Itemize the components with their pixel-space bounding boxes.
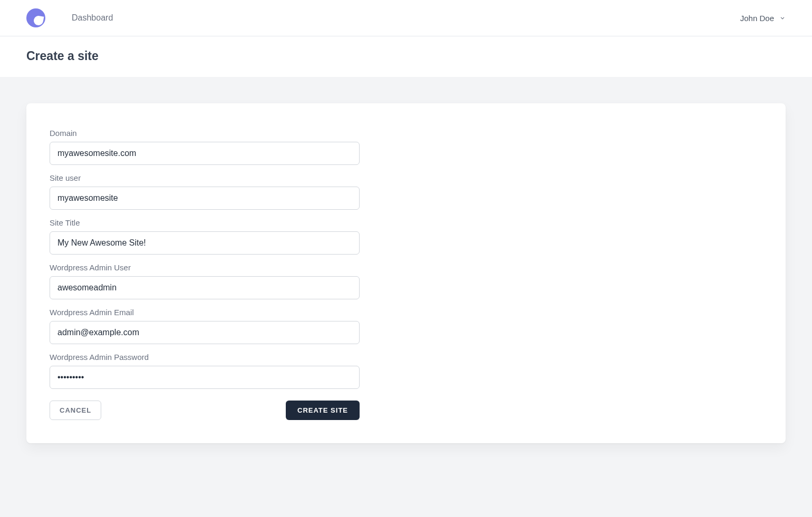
create-site-button[interactable]: CREATE SITE [286, 401, 360, 420]
topbar: Dashboard John Doe [0, 0, 812, 36]
wp-admin-email-input[interactable] [50, 321, 360, 344]
chevron-down-icon [779, 15, 786, 21]
site-title-input[interactable] [50, 231, 360, 255]
page-header: Create a site [0, 36, 812, 77]
form-group-wp-admin-user: Wordpress Admin User [50, 263, 360, 299]
form-group-domain: Domain [50, 129, 360, 165]
domain-input[interactable] [50, 142, 360, 165]
form-group-site-user: Site user [50, 173, 360, 210]
user-menu[interactable]: John Doe [740, 14, 786, 23]
form-group-wp-admin-email: Wordpress Admin Email [50, 308, 360, 344]
site-user-label: Site user [50, 173, 360, 182]
form-group-site-title: Site Title [50, 218, 360, 255]
form-card: Domain Site user Site Title Wordpress Ad… [26, 103, 786, 443]
brand-logo[interactable] [26, 8, 45, 27]
cancel-button[interactable]: CANCEL [50, 401, 101, 420]
wp-admin-password-input[interactable] [50, 366, 360, 389]
content-area: Domain Site user Site Title Wordpress Ad… [0, 77, 812, 470]
site-title-label: Site Title [50, 218, 360, 227]
site-user-input[interactable] [50, 187, 360, 210]
user-name: John Doe [740, 14, 774, 23]
page-title: Create a site [26, 49, 786, 63]
wp-admin-user-label: Wordpress Admin User [50, 263, 360, 272]
wp-admin-password-label: Wordpress Admin Password [50, 353, 360, 362]
create-site-form: Domain Site user Site Title Wordpress Ad… [50, 129, 360, 420]
wp-admin-user-input[interactable] [50, 276, 360, 299]
button-row: CANCEL CREATE SITE [50, 401, 360, 420]
domain-label: Domain [50, 129, 360, 138]
nav-dashboard[interactable]: Dashboard [72, 13, 113, 23]
wp-admin-email-label: Wordpress Admin Email [50, 308, 360, 317]
form-group-wp-admin-password: Wordpress Admin Password [50, 353, 360, 389]
